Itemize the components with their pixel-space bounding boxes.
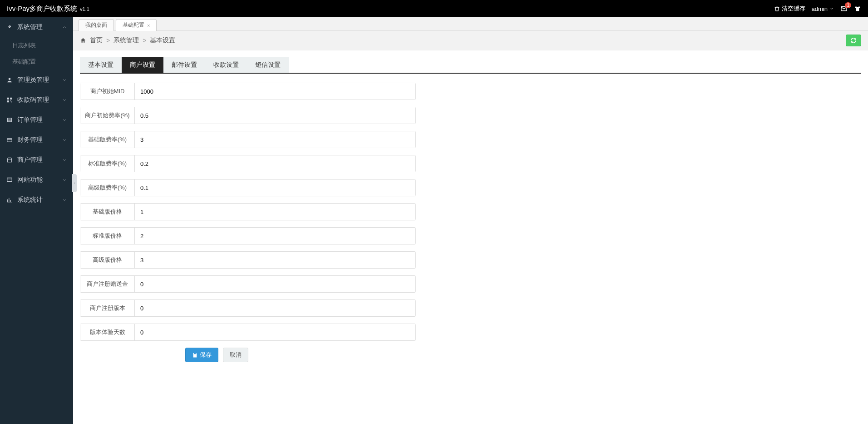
form-input[interactable] [135, 276, 415, 292]
qrcode-icon [6, 97, 13, 103]
form-input[interactable] [135, 300, 415, 316]
inner-tab[interactable]: 收款设置 [205, 57, 247, 73]
form-row: 商户初始费率(%) [80, 107, 416, 124]
form-input[interactable] [135, 252, 415, 268]
sidebar-item-wallet[interactable]: 财务管理 [0, 130, 73, 150]
save-icon [192, 352, 198, 358]
user-menu[interactable]: admin [812, 5, 834, 12]
sidebar-collapse-handle[interactable] [72, 174, 77, 192]
form-input[interactable] [135, 180, 415, 196]
refresh-icon [850, 37, 857, 44]
sidebar-item-label: 财务管理 [17, 136, 43, 144]
form-label: 基础版价格 [80, 204, 135, 220]
inner-tab[interactable]: 商户设置 [122, 57, 163, 73]
app-version: v1.1 [80, 6, 89, 12]
form-input[interactable] [135, 107, 415, 124]
breadcrumb-bar: 首页 > 系统管理 > 基本设置 [73, 31, 868, 50]
home-icon [80, 37, 86, 44]
svg-rect-5 [10, 100, 11, 101]
user-name: admin [812, 5, 828, 12]
page-tab[interactable]: 基础配置× [116, 19, 157, 31]
trash-icon [774, 6, 780, 12]
form-label: 版本体验天数 [80, 324, 135, 340]
refresh-button[interactable] [846, 35, 861, 46]
chevron-up-icon [62, 25, 67, 30]
chevron-down-icon [62, 158, 67, 162]
form-input[interactable] [135, 228, 415, 244]
close-icon[interactable]: × [147, 23, 150, 28]
settings-form: 商户初始MID商户初始费率(%)基础版费率(%)标准版费率(%)高级版费率(%)… [80, 83, 861, 341]
form-row: 高级版费率(%) [80, 179, 416, 196]
svg-rect-6 [11, 102, 12, 103]
sidebar: 系统管理日志列表基础配置管理员管理收款码管理订单管理财务管理商户管理网站功能系统… [0, 17, 73, 424]
page-tab[interactable]: 我的桌面 [79, 19, 114, 31]
form-input[interactable] [135, 204, 415, 220]
form-label: 商户注册版本 [80, 300, 135, 316]
tools-icon [6, 24, 13, 30]
content-body: 基本设置商户设置邮件设置收款设置短信设置 商户初始MID商户初始费率(%)基础版… [73, 50, 868, 424]
theme-button[interactable] [854, 5, 861, 12]
save-button[interactable]: 保存 [185, 348, 218, 362]
sidebar-item-label: 网站功能 [17, 176, 43, 184]
cancel-label: 取消 [230, 351, 242, 359]
form-label: 商户初始费率(%) [80, 107, 135, 124]
form-input[interactable] [135, 155, 415, 172]
form-label: 高级版费率(%) [80, 180, 135, 196]
sidebar-sub-item[interactable]: 日志列表 [0, 37, 73, 54]
page-tab-label: 我的桌面 [85, 21, 107, 29]
sidebar-item-label: 系统管理 [17, 23, 43, 31]
inner-tab[interactable]: 邮件设置 [163, 57, 205, 73]
header-left: Ivv-Pay多商户收款系统 v1.1 [7, 5, 89, 13]
chevron-down-icon [62, 118, 67, 122]
inner-tab[interactable]: 基本设置 [80, 57, 122, 73]
breadcrumb-item[interactable]: 系统管理 [113, 36, 139, 45]
sidebar-item-list[interactable]: 订单管理 [0, 110, 73, 130]
chevron-down-icon [62, 138, 67, 142]
sidebar-item-site[interactable]: 网站功能 [0, 170, 73, 190]
sidebar-item-qrcode[interactable]: 收款码管理 [0, 90, 73, 110]
list-icon [6, 117, 13, 123]
svg-point-1 [9, 78, 11, 80]
form-label: 商户初始MID [80, 83, 135, 100]
form-input[interactable] [135, 83, 415, 100]
breadcrumb-home[interactable]: 首页 [90, 36, 103, 45]
form-row: 商户初始MID [80, 83, 416, 100]
shirt-icon [854, 5, 861, 12]
form-row: 高级版价格 [80, 251, 416, 269]
sidebar-item-tools[interactable]: 系统管理 [0, 17, 73, 37]
inner-tab[interactable]: 短信设置 [247, 57, 289, 73]
chevron-down-icon [62, 178, 67, 182]
breadcrumb-item: 基本设置 [150, 36, 175, 45]
form-input[interactable] [135, 324, 415, 340]
form-row: 商户注册版本 [80, 299, 416, 317]
sidebar-item-user[interactable]: 管理员管理 [0, 70, 73, 90]
user-icon [6, 77, 13, 83]
header-right: 清空缓存 admin 1 [774, 5, 861, 13]
clear-cache-button[interactable]: 清空缓存 [774, 5, 805, 13]
form-input[interactable] [135, 131, 415, 148]
svg-rect-4 [7, 100, 9, 102]
mail-button[interactable]: 1 [840, 5, 848, 12]
svg-rect-3 [10, 98, 12, 100]
form-actions: 保存 取消 [185, 348, 861, 362]
wallet-icon [6, 137, 13, 143]
save-label: 保存 [200, 351, 212, 359]
clear-cache-label: 清空缓存 [782, 5, 805, 13]
page-tab-label: 基础配置 [123, 21, 144, 29]
form-row: 基础版费率(%) [80, 131, 416, 148]
form-label: 基础版费率(%) [80, 131, 135, 148]
site-icon [6, 177, 13, 183]
sidebar-item-chart[interactable]: 系统统计 [0, 190, 73, 210]
cancel-button[interactable]: 取消 [223, 348, 248, 362]
form-label: 标准版费率(%) [80, 155, 135, 172]
sidebar-item-label: 收款码管理 [17, 96, 49, 104]
page-tabs: 我的桌面基础配置× [73, 17, 868, 31]
inner-tabs: 基本设置商户设置邮件设置收款设置短信设置 [80, 57, 861, 74]
sidebar-item-label: 订单管理 [17, 116, 43, 124]
sidebar-item-label: 系统统计 [17, 196, 43, 204]
mail-badge: 1 [845, 2, 851, 8]
sidebar-item-shop[interactable]: 商户管理 [0, 150, 73, 170]
sidebar-sub-item[interactable]: 基础配置 [0, 54, 73, 70]
shop-icon [6, 157, 13, 163]
app-header: Ivv-Pay多商户收款系统 v1.1 清空缓存 admin 1 [0, 0, 868, 17]
